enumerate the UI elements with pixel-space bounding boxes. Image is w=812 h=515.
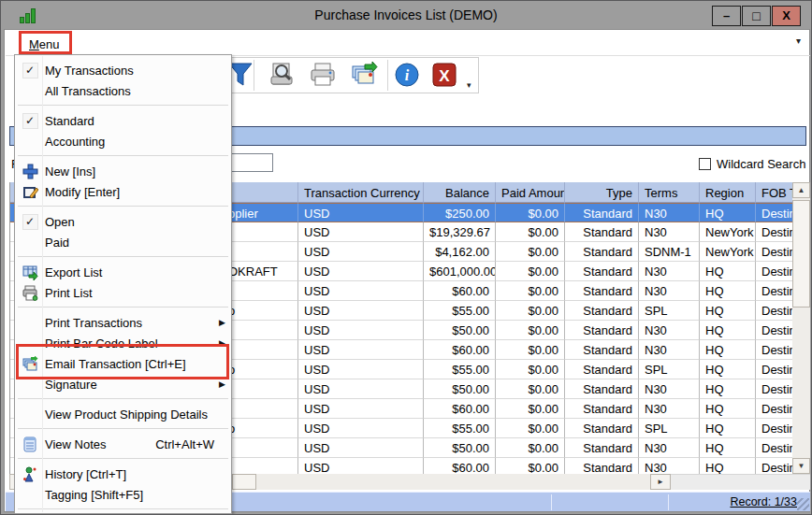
- menu-item-all-transactions[interactable]: All Transactions: [15, 80, 231, 101]
- exit-icon[interactable]: X: [430, 61, 458, 89]
- menu-item-open[interactable]: ✓Open: [15, 211, 231, 232]
- menu-item-new-ins[interactable]: New [Ins]: [15, 161, 231, 181]
- resize-grip[interactable]: [797, 498, 809, 510]
- type-cell[interactable]: Standard: [565, 321, 639, 340]
- menu-item-modify-enter[interactable]: Modify [Enter]: [15, 181, 231, 202]
- column-header-balance[interactable]: Balance: [424, 182, 496, 203]
- menu-item-paid[interactable]: Paid: [15, 232, 231, 252]
- paid-cell[interactable]: $0.00: [496, 262, 565, 281]
- fob-cell[interactable]: Destina: [756, 242, 793, 262]
- region-cell[interactable]: HQ: [700, 321, 756, 340]
- type-cell[interactable]: Standard: [565, 242, 639, 262]
- currency-cell[interactable]: USD: [298, 301, 424, 321]
- toolbar-overflow-icon[interactable]: ▾: [467, 80, 471, 90]
- paid-cell[interactable]: $0.00: [496, 399, 565, 419]
- type-cell[interactable]: Standard: [565, 222, 639, 242]
- menu-item-standard[interactable]: ✓Standard: [15, 110, 231, 131]
- column-header-fob[interactable]: FOB Ty: [756, 182, 793, 203]
- terms-cell[interactable]: SDNM-1: [639, 242, 700, 262]
- column-header-paid[interactable]: Paid Amount: [496, 182, 565, 203]
- terms-cell[interactable]: N30: [639, 321, 700, 340]
- region-cell[interactable]: HQ: [700, 379, 756, 399]
- region-cell[interactable]: HQ: [700, 399, 756, 419]
- balance-cell[interactable]: $50.00: [424, 438, 496, 458]
- paid-cell[interactable]: $0.00: [496, 419, 565, 438]
- type-cell[interactable]: Standard: [565, 281, 639, 301]
- column-header-terms[interactable]: Terms: [639, 182, 700, 203]
- region-cell[interactable]: HQ: [700, 458, 756, 474]
- currency-cell[interactable]: USD: [298, 360, 424, 379]
- balance-cell[interactable]: $60.00: [424, 458, 496, 474]
- currency-cell[interactable]: USD: [298, 262, 424, 281]
- balance-cell[interactable]: $60.00: [424, 281, 496, 301]
- paid-cell[interactable]: $0.00: [496, 360, 565, 379]
- currency-cell[interactable]: USD: [298, 222, 424, 242]
- record-counter[interactable]: Record: 1/33: [730, 495, 797, 508]
- menu-item-print-bar-code-label[interactable]: Print Bar Code Label▶: [15, 333, 231, 353]
- fob-cell[interactable]: Destina: [756, 321, 793, 340]
- fob-cell[interactable]: Destina: [756, 360, 793, 379]
- region-cell[interactable]: NewYork: [700, 222, 756, 242]
- balance-cell[interactable]: $4,162.00: [424, 242, 496, 262]
- email-transaction-icon[interactable]: [350, 61, 378, 89]
- balance-cell[interactable]: $55.00: [424, 301, 496, 321]
- currency-cell[interactable]: USD: [298, 419, 424, 438]
- type-cell[interactable]: Standard: [565, 203, 639, 222]
- type-cell[interactable]: Standard: [565, 340, 639, 360]
- fob-cell[interactable]: Destina: [756, 340, 793, 360]
- terms-cell[interactable]: N30: [639, 281, 700, 301]
- terms-cell[interactable]: N30: [639, 379, 700, 399]
- menubar-overflow-icon[interactable]: ▾: [796, 36, 801, 46]
- region-cell[interactable]: HQ: [700, 419, 756, 438]
- fob-cell[interactable]: Destina: [756, 419, 793, 438]
- terms-cell[interactable]: N30: [639, 340, 700, 360]
- scroll-up-icon[interactable]: ▲: [792, 182, 810, 198]
- paid-cell[interactable]: $0.00: [496, 321, 565, 340]
- scroll-down-icon[interactable]: ▼: [792, 458, 810, 474]
- region-cell[interactable]: NewYork: [700, 242, 756, 262]
- menu-item-accounting[interactable]: Accounting: [15, 131, 231, 151]
- type-cell[interactable]: Standard: [565, 301, 639, 321]
- paid-cell[interactable]: $0.00: [496, 438, 565, 458]
- region-cell[interactable]: HQ: [700, 340, 756, 360]
- paid-cell[interactable]: $0.00: [496, 301, 565, 321]
- search-input[interactable]: [229, 153, 273, 172]
- currency-cell[interactable]: USD: [298, 242, 424, 262]
- fob-cell[interactable]: Destina: [756, 399, 793, 419]
- currency-cell[interactable]: USD: [298, 379, 424, 399]
- column-header-region[interactable]: Region: [700, 182, 756, 203]
- type-cell[interactable]: Standard: [565, 458, 639, 474]
- terms-cell[interactable]: N30: [639, 262, 700, 281]
- fob-cell[interactable]: Destina: [756, 438, 793, 458]
- region-cell[interactable]: HQ: [700, 281, 756, 301]
- type-cell[interactable]: Standard: [565, 399, 639, 419]
- vertical-scrollbar-thumb[interactable]: [792, 200, 810, 308]
- balance-cell[interactable]: $60.00: [424, 399, 496, 419]
- balance-cell[interactable]: $601,000.00: [424, 262, 496, 281]
- horizontal-scrollbar-thumb[interactable]: [232, 474, 256, 490]
- menu-item-view-notes[interactable]: View NotesCtrl+Alt+W: [15, 434, 231, 454]
- menu-root-button[interactable]: Menu: [25, 36, 64, 53]
- terms-cell[interactable]: SPL: [639, 360, 700, 379]
- fob-cell[interactable]: Destina: [756, 458, 793, 474]
- terms-cell[interactable]: N30: [639, 399, 700, 419]
- currency-cell[interactable]: USD: [298, 321, 424, 340]
- menu-item-email-transaction-ctrl-e[interactable]: Email Transaction [Ctrl+E]: [15, 353, 231, 374]
- currency-cell[interactable]: USD: [298, 340, 424, 360]
- balance-cell[interactable]: $55.00: [424, 360, 496, 379]
- type-cell[interactable]: Standard: [565, 379, 639, 399]
- paid-cell[interactable]: $0.00: [496, 222, 565, 242]
- paid-cell[interactable]: $0.00: [496, 340, 565, 360]
- print-icon[interactable]: [309, 61, 337, 89]
- terms-cell[interactable]: SPL: [639, 301, 700, 321]
- terms-cell[interactable]: N30: [639, 222, 700, 242]
- currency-cell[interactable]: USD: [298, 458, 424, 474]
- menu-item-signature[interactable]: Signature▶: [15, 374, 231, 394]
- currency-cell[interactable]: USD: [298, 281, 424, 301]
- balance-cell[interactable]: $50.00: [424, 379, 496, 399]
- column-header-currency[interactable]: Transaction Currency: [298, 182, 424, 203]
- fob-cell[interactable]: Destina: [756, 203, 793, 222]
- paid-cell[interactable]: $0.00: [496, 379, 565, 399]
- balance-cell[interactable]: $60.00: [424, 340, 496, 360]
- wildcard-search-option[interactable]: Wildcard Search: [699, 157, 805, 171]
